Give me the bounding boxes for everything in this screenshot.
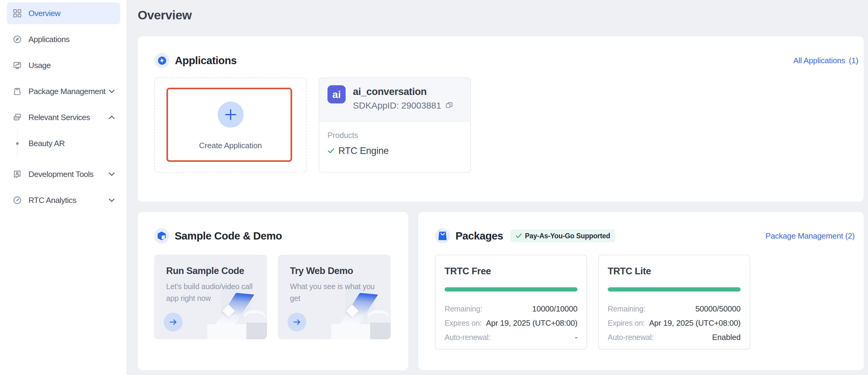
tile-title: Try Web Demo [290,266,391,276]
sample-code-card: Sample Code & Demo Run Sample Code Let's… [138,212,408,370]
sample-section-icon [154,228,169,243]
create-application-label: Create Application [155,141,306,150]
gauge-icon [13,196,22,205]
arrow-right-icon[interactable] [287,313,306,332]
id-badge-icon [13,170,22,179]
chevron-down-icon [108,198,115,202]
plus-icon [218,102,244,128]
sidebar-item-package-management[interactable]: Package Management [7,80,120,102]
sidebar-item-label: Applications [28,35,70,44]
applications-section-icon [154,53,169,68]
auto-renewal-value: Enabled [712,333,741,342]
sidebar-item-development-tools[interactable]: Development Tools [7,163,120,185]
packages-section-title: Packages [456,230,503,242]
tile-description: What you see is what you get [290,281,387,304]
chevron-down-icon [108,172,115,176]
compass-icon [13,35,22,44]
chevron-down-icon [108,90,115,93]
usage-chart-icon [13,61,22,70]
app-avatar: ai [328,85,346,103]
application-card[interactable]: ai ai_conversation SDKAppID: 29003881 Pr… [319,77,471,173]
auto-renewal-value: - [575,333,578,342]
package-progress-track [608,287,741,292]
check-icon [328,147,335,154]
remaining-label: Remaining: [608,305,645,313]
main-content: Overview Applications All Applications(1… [127,0,868,375]
expires-label: Expires on: [444,319,482,328]
try-web-demo-tile[interactable]: Try Web Demo What you see is what you ge… [278,254,391,339]
sidebar-item-label: Overview [28,9,61,18]
chevron-up-icon [108,115,115,119]
sidebar-item-usage[interactable]: Usage [7,55,120,76]
sidebar: Overview Applications Usage Package Mana… [0,0,127,375]
sidebar-item-relevant-services[interactable]: Relevant Services [7,106,120,128]
auto-renewal-label: Auto-renewal: [444,333,491,342]
sdkappid: SDKAppID: 29003881 [353,100,441,111]
package-progress-track [444,287,578,292]
grid-icon [13,9,22,18]
payg-badge: Pay-As-You-Go Supported [510,230,615,242]
sidebar-item-label: Beauty AR [28,139,65,148]
product-name: RTC Engine [338,145,389,156]
expires-label: Expires on: [608,319,645,328]
run-sample-code-tile[interactable]: Run Sample Code Let's build audio/video … [154,254,267,339]
expires-value: Apr 19, 2025 (UTC+08:00) [649,318,741,328]
package-management-link[interactable]: Package Management (2) [766,231,855,241]
products-label: Products [328,131,462,140]
copy-icon[interactable] [445,101,453,110]
layers-icon [13,113,22,122]
auto-renewal-label: Auto-renewal: [608,333,654,342]
page-title: Overview [138,8,864,22]
remaining-value: 50000/50000 [695,304,741,314]
applications-card: Applications All Applications(1) Create … [138,36,864,202]
sample-section-title: Sample Code & Demo [175,230,282,242]
all-applications-link[interactable]: All Applications(1) [793,56,858,65]
applications-section-title: Applications [175,55,237,67]
sidebar-item-label: Package Management [28,87,105,96]
package-progress-bar [608,287,741,292]
expires-value: Apr 19, 2025 (UTC+08:00) [486,318,578,328]
sidebar-item-label: RTC Analytics [28,196,76,205]
sidebar-item-overview[interactable]: Overview [7,2,120,24]
remaining-value: 10000/10000 [532,304,578,314]
sidebar-item-label: Usage [28,61,51,70]
tile-description: Let's build audio/video call app right n… [166,281,263,304]
sidebar-item-applications[interactable]: Applications [7,28,120,50]
bag-icon [13,87,22,96]
package-card-trtc-lite[interactable]: TRTC Lite Remaining:50000/50000 Expires … [598,254,750,350]
sidebar-item-beauty-ar[interactable]: Beauty AR [7,132,120,154]
create-application-tile[interactable]: Create Application [154,77,307,173]
remaining-label: Remaining: [444,305,482,313]
app-name: ai_conversation [353,86,453,97]
sidebar-item-label: Development Tools [28,170,94,179]
sidebar-item-label: Relevant Services [28,113,90,122]
arrow-right-icon[interactable] [164,313,183,332]
packages-section-icon [435,228,450,243]
check-icon [516,233,522,239]
tile-title: Run Sample Code [166,266,267,276]
sidebar-item-rtc-analytics[interactable]: RTC Analytics [7,189,120,211]
package-progress-bar [444,287,578,292]
package-name: TRTC Free [444,266,578,277]
package-card-trtc-free[interactable]: TRTC Free Remaining:10000/10000 Expires … [435,254,587,350]
packages-card: Packages Pay-As-You-Go Supported Package… [418,212,864,370]
package-name: TRTC Lite [608,266,741,277]
